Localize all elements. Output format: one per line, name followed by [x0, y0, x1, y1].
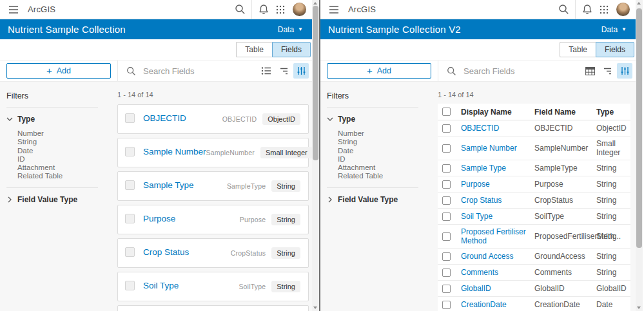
scroll-down-arrow[interactable]: [637, 306, 641, 309]
tab-table[interactable]: Table: [560, 42, 596, 57]
row-checkbox[interactable]: [442, 144, 451, 153]
user-avatar[interactable]: [616, 3, 630, 16]
filter-item[interactable]: Number: [17, 129, 117, 138]
filter-item[interactable]: Related Table: [17, 172, 117, 180]
filter-group-type[interactable]: Type: [327, 115, 438, 124]
field-display-name-link[interactable]: OBJECTID: [461, 121, 534, 135]
field-checkbox[interactable]: [125, 247, 135, 257]
filter-item[interactable]: Date: [17, 147, 117, 155]
table-row: Sample Number SampleNumber Small Integer: [438, 137, 630, 160]
menu-icon[interactable]: [5, 1, 22, 18]
field-card: Sample Number SampleNumber Small Integer: [117, 138, 309, 167]
filter-group-field-value-type[interactable]: Field Value Type: [327, 195, 438, 204]
field-card: Proposed Fertiliser Method ProposedFerti…: [117, 305, 309, 311]
scrollbar-thumb[interactable]: [636, 8, 642, 248]
notifications-bell-icon[interactable]: [255, 1, 272, 18]
field-display-name-link[interactable]: Sample Type: [461, 161, 534, 175]
field-checkbox[interactable]: [125, 180, 135, 190]
row-checkbox[interactable]: [442, 252, 451, 261]
filter-item[interactable]: Attachment: [338, 164, 438, 172]
table-view-icon[interactable]: [582, 63, 598, 79]
search-icon[interactable]: [555, 1, 572, 18]
search-fields-input[interactable]: [142, 66, 259, 77]
filter-item[interactable]: Attachment: [17, 164, 117, 172]
scrollbar-thumb[interactable]: [313, 6, 318, 160]
menu-icon[interactable]: [326, 1, 342, 18]
field-display-name-link[interactable]: CreationDate: [461, 297, 534, 311]
field-checkbox[interactable]: [125, 113, 135, 123]
field-display-name-link[interactable]: Crop Status: [143, 247, 189, 257]
sort-filter-icon[interactable]: [276, 63, 291, 79]
list-view-icon[interactable]: [259, 63, 274, 79]
vertical-scrollbar[interactable]: [312, 0, 319, 311]
app-launcher-grid-icon[interactable]: [596, 1, 612, 18]
filter-item[interactable]: ID: [338, 155, 438, 164]
row-checkbox[interactable]: [442, 269, 451, 277]
notifications-bell-icon[interactable]: [579, 1, 596, 18]
select-all-checkbox[interactable]: [442, 108, 451, 116]
vertical-scrollbar[interactable]: [636, 0, 643, 311]
field-display-name-link[interactable]: GlobalID: [461, 281, 534, 296]
filters-panel: Filters Type NumberStringDateIDAttachmen…: [320, 82, 438, 311]
row-checkbox[interactable]: [442, 180, 451, 189]
filter-group-type[interactable]: Type: [6, 115, 117, 124]
add-label: Add: [57, 66, 71, 75]
scroll-up-arrow[interactable]: [637, 2, 641, 5]
field-display-name-link[interactable]: Comments: [461, 265, 534, 279]
field-display-name-link[interactable]: Sample Type: [143, 180, 194, 190]
row-checkbox[interactable]: [442, 232, 451, 241]
field-type-badge: String: [271, 180, 300, 192]
filter-type-items: NumberStringDateIDAttachmentRelated Tabl…: [6, 129, 117, 181]
search-icon[interactable]: [231, 1, 248, 18]
field-checkbox[interactable]: [125, 147, 135, 156]
tab-fields[interactable]: Fields: [596, 42, 634, 57]
tab-table[interactable]: Table: [236, 42, 272, 57]
row-checkbox[interactable]: [442, 196, 451, 205]
add-field-button[interactable]: + Add: [6, 63, 111, 79]
field-display-name-link[interactable]: Sample Number: [461, 141, 534, 155]
tab-fields[interactable]: Fields: [272, 42, 311, 57]
row-checkbox[interactable]: [442, 124, 451, 133]
filter-item[interactable]: Date: [338, 147, 438, 155]
field-type-badge: String: [271, 214, 300, 225]
field-display-name-link[interactable]: Crop Status: [461, 193, 534, 207]
data-menu-button[interactable]: Data ▼: [601, 25, 627, 34]
data-menu-button[interactable]: Data ▼: [278, 25, 303, 34]
filter-group-field-value-type[interactable]: Field Value Type: [6, 195, 117, 204]
field-display-name-link[interactable]: Soil Type: [461, 209, 534, 223]
field-display-name-link[interactable]: Purpose: [143, 214, 175, 223]
table-header-row: Display Name Field Name Type: [438, 104, 630, 120]
scroll-down-arrow[interactable]: [313, 306, 317, 309]
view-toggle-icons: [259, 63, 312, 79]
app-launcher-grid-icon[interactable]: [272, 1, 289, 18]
field-display-name-link[interactable]: OBJECTID: [143, 113, 186, 123]
field-display-name-link[interactable]: Purpose: [461, 177, 534, 191]
field-type-badge: Small Integer: [260, 147, 312, 158]
field-type: GlobalID: [596, 281, 630, 296]
add-field-button[interactable]: + Add: [327, 63, 431, 79]
field-settings-sliders-icon[interactable]: [293, 63, 309, 79]
field-settings-sliders-icon[interactable]: [617, 63, 632, 79]
filter-item[interactable]: ID: [17, 155, 117, 164]
filter-item[interactable]: String: [17, 138, 117, 146]
search-fields-input[interactable]: [462, 66, 582, 77]
user-avatar[interactable]: [293, 3, 306, 16]
row-checkbox[interactable]: [442, 164, 451, 173]
sort-filter-icon[interactable]: [600, 63, 615, 79]
field-display-name-link[interactable]: Proposed Fertiliser Method: [461, 225, 534, 248]
row-checkbox[interactable]: [442, 212, 451, 221]
field-display-name-link[interactable]: Soil Type: [143, 281, 179, 290]
scroll-up-arrow[interactable]: [313, 2, 317, 5]
field-display-name-link[interactable]: Sample Number: [143, 147, 206, 156]
row-checkbox[interactable]: [442, 301, 451, 309]
filters-divider: [6, 187, 98, 188]
field-checkbox[interactable]: [125, 214, 135, 223]
filter-item[interactable]: Number: [338, 129, 438, 138]
field-display-name-link[interactable]: Ground Access: [461, 249, 534, 263]
chevron-right-icon: [327, 196, 333, 203]
filter-item[interactable]: String: [338, 138, 438, 146]
filter-item[interactable]: Related Table: [338, 172, 438, 180]
row-checkbox[interactable]: [442, 285, 451, 293]
window-nutrient-sample-collection: ArcGIS Nutrient Sample Collection Data: [0, 0, 320, 311]
field-checkbox[interactable]: [125, 281, 135, 290]
